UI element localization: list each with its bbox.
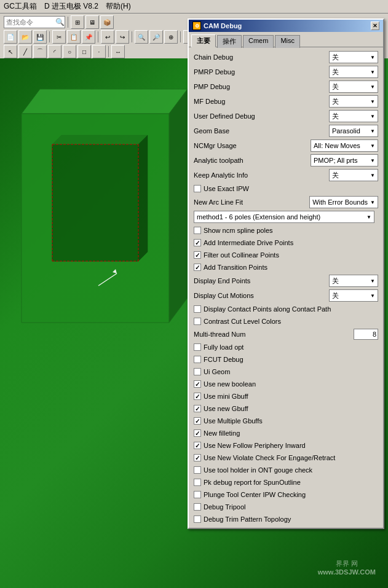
contrast-cut-level-checkbox[interactable] bbox=[194, 318, 201, 325]
use-mini-gbuff-label: Use mini Gbuff bbox=[204, 393, 248, 400]
ncmgr-usage-arrow: ▼ bbox=[370, 143, 375, 149]
search-box[interactable]: 🔍 bbox=[4, 16, 65, 28]
use-new-violate-check-checkbox[interactable] bbox=[194, 454, 201, 461]
menu-electrode[interactable]: D 进玉电极 V8.2 bbox=[44, 1, 98, 12]
pmp-debug-label: PMP Debug bbox=[194, 83, 329, 90]
tb-redo[interactable]: ↪ bbox=[116, 30, 129, 44]
app-container: GC工具箱 D 进玉电极 V8.2 帮助(H) 🔍 ⊞ 🖥 📦 📄 📂 💾 ✂ … bbox=[0, 0, 388, 588]
filter-collinear-points-checkbox[interactable] bbox=[194, 251, 201, 259]
tb-paste[interactable]: 📌 bbox=[82, 30, 95, 44]
method-dropdown-arrow: ▼ bbox=[366, 214, 371, 220]
geom-base-value[interactable]: Parasolid ▼ bbox=[329, 125, 378, 137]
multi-thread-num-input[interactable] bbox=[354, 329, 378, 340]
display-cut-motions-dropdown[interactable]: 关 ▼ bbox=[329, 289, 378, 302]
tb-new[interactable]: 📄 bbox=[4, 30, 17, 44]
analytic-toolpath-value[interactable]: PMOP; All prts ▼ bbox=[311, 154, 378, 167]
debug-tripool-checkbox[interactable] bbox=[194, 503, 201, 511]
use-new-violate-check-row: Use New Violate Check For Engage/Retract bbox=[191, 452, 381, 464]
display-end-points-dropdown[interactable]: 关 ▼ bbox=[329, 275, 378, 287]
use-mini-gbuff-checkbox[interactable] bbox=[194, 393, 201, 400]
tb-line[interactable]: ╱ bbox=[18, 45, 32, 58]
menu-gctoolbox[interactable]: GC工具箱 bbox=[4, 1, 37, 12]
tb-zoom-in[interactable]: 🔍 bbox=[135, 30, 148, 44]
menu-help[interactable]: 帮助(H) bbox=[106, 1, 131, 12]
dialog-close-button[interactable]: ✕ bbox=[371, 22, 379, 30]
tab-cmem[interactable]: Cmem bbox=[243, 35, 274, 48]
ncmgr-usage-value[interactable]: All: New Moves ▼ bbox=[311, 139, 378, 152]
add-intermediate-drive-points-checkbox[interactable] bbox=[194, 239, 201, 246]
tb-dim[interactable]: ↔ bbox=[111, 45, 125, 58]
tb-save[interactable]: 💾 bbox=[33, 30, 47, 44]
pmp-debug-dropdown[interactable]: 关 ▼ bbox=[329, 80, 378, 93]
debug-trim-pattern-label: Debug Trim Pattern Topology bbox=[204, 515, 291, 523]
display-contact-points-checkbox[interactable] bbox=[194, 305, 201, 313]
tb-open[interactable]: 📂 bbox=[18, 30, 32, 44]
pk-debug-report-checkbox[interactable] bbox=[194, 479, 201, 486]
use-exact-ipw-label: Use Exact IPW bbox=[204, 185, 249, 192]
use-tool-holder-ont-gouge-label: Use tool holder in ONT gouge check bbox=[204, 466, 312, 474]
pmp-debug-value[interactable]: 关 ▼ bbox=[329, 80, 378, 93]
analytic-toolpath-dropdown[interactable]: PMOP; All prts ▼ bbox=[311, 154, 378, 167]
tb-btn-3[interactable]: 📦 bbox=[100, 15, 114, 29]
user-defined-debug-dropdown[interactable]: 关 ▼ bbox=[329, 110, 378, 122]
display-end-points-value[interactable]: 关 ▼ bbox=[329, 275, 378, 287]
use-tool-holder-ont-gouge-checkbox[interactable] bbox=[194, 466, 201, 474]
use-new-gbuff-row: Use new Gbuff bbox=[191, 402, 381, 415]
fcut-debug-checkbox[interactable] bbox=[194, 356, 201, 363]
new-filleting-checkbox[interactable] bbox=[194, 429, 201, 437]
use-new-boolean-checkbox[interactable] bbox=[194, 380, 201, 388]
plunge-tool-center-checkbox[interactable] bbox=[194, 491, 201, 498]
cam-debug-dialog: ⚙ CAM Debug ✕ 主要 操作 Cmem Misc Chain Debu… bbox=[188, 18, 384, 529]
method-dropdown[interactable]: method1 - 6 poles (Extension and height)… bbox=[194, 211, 374, 223]
analytic-toolpath-label: Analytic toolpath bbox=[194, 157, 311, 164]
tb-curve[interactable]: ⌒ bbox=[33, 45, 47, 58]
tb-arc[interactable]: ◜ bbox=[48, 45, 61, 58]
show-ncm-spline-poles-checkbox[interactable] bbox=[194, 227, 201, 234]
chain-debug-value[interactable]: 关 ▼ bbox=[329, 51, 378, 63]
tb-undo[interactable]: ↩ bbox=[101, 30, 114, 44]
keep-analytic-info-dropdown[interactable]: 关 ▼ bbox=[329, 169, 378, 181]
use-exact-ipw-checkbox[interactable] bbox=[194, 185, 201, 192]
pmrp-debug-value[interactable]: 关 ▼ bbox=[329, 66, 378, 78]
geom-base-dropdown[interactable]: Parasolid ▼ bbox=[329, 125, 378, 137]
tab-main[interactable]: 主要 bbox=[191, 34, 216, 47]
tb-circle[interactable]: ○ bbox=[63, 45, 76, 58]
mf-debug-value[interactable]: 关 ▼ bbox=[329, 95, 378, 108]
ncmgr-usage-dropdown[interactable]: All: New Moves ▼ bbox=[311, 139, 378, 152]
tab-operation[interactable]: 操作 bbox=[217, 35, 242, 48]
plunge-tool-center-row: Plunge Tool Center IPW Checking bbox=[191, 488, 381, 501]
use-new-gbuff-checkbox[interactable] bbox=[194, 405, 201, 412]
use-multiple-gbuffs-checkbox[interactable] bbox=[194, 417, 201, 425]
mf-debug-dropdown[interactable]: 关 ▼ bbox=[329, 95, 378, 108]
chain-debug-dropdown[interactable]: 关 ▼ bbox=[329, 51, 378, 63]
add-transition-points-checkbox[interactable] bbox=[194, 264, 201, 271]
pmrp-debug-dropdown[interactable]: 关 ▼ bbox=[329, 66, 378, 78]
new-arc-line-fit-dropdown[interactable]: With Error Bounds ▼ bbox=[309, 196, 378, 208]
search-input[interactable] bbox=[6, 18, 55, 26]
keep-analytic-info-value[interactable]: 关 ▼ bbox=[329, 169, 378, 181]
use-new-follow-periphery-checkbox[interactable] bbox=[194, 442, 201, 449]
contrast-cut-level-row: Contrast Cut Level Colors bbox=[191, 315, 381, 327]
tb-fit[interactable]: ⊕ bbox=[164, 30, 178, 44]
tb-zoom-out[interactable]: 🔎 bbox=[149, 30, 163, 44]
new-arc-line-fit-label: New Arc Line Fit bbox=[194, 198, 309, 206]
tab-misc[interactable]: Misc bbox=[275, 35, 300, 48]
user-defined-debug-value[interactable]: 关 ▼ bbox=[329, 110, 378, 122]
fully-load-opt-checkbox[interactable] bbox=[194, 343, 201, 351]
show-ncm-spline-poles-label: Show ncm spline poles bbox=[204, 227, 273, 234]
tb-arrow[interactable]: ↖ bbox=[4, 45, 17, 58]
tb-cut[interactable]: ✂ bbox=[52, 30, 66, 44]
new-arc-line-fit-value[interactable]: With Error Bounds ▼ bbox=[309, 196, 378, 208]
tb-btn-1[interactable]: ⊞ bbox=[71, 15, 84, 29]
tb-copy[interactable]: 📋 bbox=[67, 30, 81, 44]
tb-rect[interactable]: □ bbox=[77, 45, 91, 58]
chain-debug-label: Chain Debug bbox=[194, 53, 329, 61]
ui-geom-checkbox[interactable] bbox=[194, 368, 201, 375]
debug-trim-pattern-checkbox[interactable] bbox=[194, 515, 201, 523]
sep4 bbox=[132, 31, 132, 42]
debug-trim-pattern-row: Debug Trim Pattern Topology bbox=[191, 513, 381, 525]
tb-btn-2[interactable]: 🖥 bbox=[85, 15, 99, 29]
tb-point[interactable]: · bbox=[92, 45, 106, 58]
fcut-debug-label: FCUT Debug bbox=[204, 356, 243, 363]
display-cut-motions-value[interactable]: 关 ▼ bbox=[329, 289, 378, 302]
